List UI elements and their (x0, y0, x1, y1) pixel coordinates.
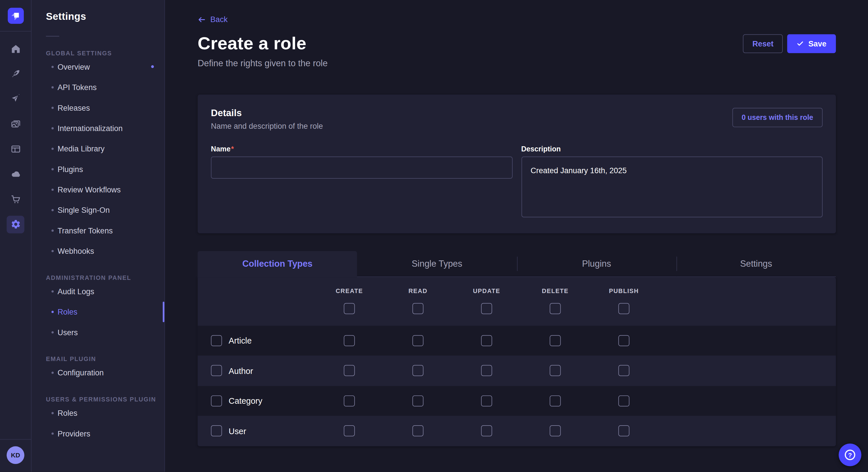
article-update-checkbox[interactable] (481, 335, 492, 346)
sidebar-item-label: Releases (58, 103, 90, 112)
user-row-checkbox[interactable] (211, 426, 222, 437)
author-row-checkbox[interactable] (211, 365, 222, 376)
user-read-checkbox[interactable] (412, 426, 424, 437)
author-read-checkbox[interactable] (412, 365, 424, 376)
select-all-create-checkbox[interactable] (344, 303, 355, 314)
bullet-icon (51, 168, 54, 170)
save-button[interactable]: Save (787, 34, 836, 53)
settings-sidebar: Settings GLOBAL SETTINGSOverviewAPI Toke… (32, 0, 165, 472)
help-button[interactable]: ? (839, 444, 861, 466)
category-update-checkbox[interactable] (481, 395, 492, 406)
sidebar-item-roles[interactable]: Roles (46, 403, 164, 423)
bullet-icon (51, 331, 54, 333)
sidebar-item-releases[interactable]: Releases (46, 97, 164, 117)
column-label: DELETE (542, 287, 569, 294)
article-row-checkbox[interactable] (211, 335, 222, 346)
column-label: UPDATE (473, 287, 500, 294)
select-all-update-checkbox[interactable] (481, 303, 492, 314)
sidebar-item-label: Single Sign-On (58, 205, 110, 214)
description-textarea[interactable]: Created January 16th, 2025 (521, 156, 823, 217)
sidebar-item-users[interactable]: Users (46, 322, 164, 342)
sidebar-item-roles[interactable]: Roles (46, 301, 164, 322)
permission-cell (315, 395, 383, 406)
user-update-checkbox[interactable] (481, 426, 492, 437)
save-label: Save (808, 39, 826, 48)
sidebar-item-internationalization[interactable]: Internationalization (46, 118, 164, 138)
tab-plugins[interactable]: Plugins (517, 251, 676, 277)
column-create: CREATE (315, 287, 383, 314)
category-delete-checkbox[interactable] (550, 395, 561, 406)
details-heading: Details Name and description of the role (211, 107, 323, 130)
sidebar-item-configuration[interactable]: Configuration (46, 362, 164, 382)
media-library-images-icon[interactable] (7, 115, 24, 133)
permission-cell (383, 335, 452, 346)
cloud-icon[interactable] (7, 165, 24, 183)
details-subtitle: Name and description of the role (211, 121, 323, 130)
column-read: READ (383, 287, 452, 314)
home-icon[interactable] (7, 40, 24, 58)
paper-plane-icon[interactable] (7, 90, 24, 108)
sidebar-item-media-library[interactable]: Media Library (46, 138, 164, 159)
select-all-read-checkbox[interactable] (412, 303, 424, 314)
description-label: Description (521, 144, 823, 153)
author-update-checkbox[interactable] (481, 365, 492, 376)
sidebar-item-label: Plugins (58, 165, 83, 173)
details-title: Details (211, 107, 323, 119)
row-label-cell: Author (197, 365, 315, 376)
permission-cell (383, 426, 452, 437)
article-delete-checkbox[interactable] (550, 335, 561, 346)
permission-cell (453, 365, 521, 376)
column-update: UPDATE (453, 287, 521, 314)
name-label: Name* (211, 144, 513, 153)
reset-button[interactable]: Reset (743, 34, 783, 53)
sidebar-item-plugins[interactable]: Plugins (46, 159, 164, 179)
category-publish-checkbox[interactable] (618, 395, 629, 406)
user-delete-checkbox[interactable] (550, 426, 561, 437)
marketplace-cart-icon[interactable] (7, 191, 24, 208)
article-read-checkbox[interactable] (412, 335, 424, 346)
sidebar-item-label: Review Workflows (58, 185, 121, 194)
strapi-logo-icon[interactable] (7, 7, 24, 24)
category-read-checkbox[interactable] (412, 395, 424, 406)
sidebar-item-review-workflows[interactable]: Review Workflows (46, 179, 164, 200)
content-manager-feather-icon[interactable] (7, 65, 24, 82)
sidebar-item-transfer-tokens[interactable]: Transfer Tokens (46, 220, 164, 241)
permissions-rows: ArticleAuthorCategoryUser (197, 326, 836, 446)
layout-panel-icon[interactable] (7, 140, 24, 158)
users-with-role-button[interactable]: 0 users with this role (732, 107, 823, 127)
back-link[interactable]: Back (197, 15, 227, 24)
avatar[interactable]: KD (7, 446, 24, 464)
permission-cell (315, 335, 383, 346)
sidebar-item-providers[interactable]: Providers (46, 423, 164, 443)
sidebar-item-single-sign-on[interactable]: Single Sign-On (46, 200, 164, 220)
bullet-icon (51, 189, 54, 191)
user-publish-checkbox[interactable] (618, 426, 629, 437)
author-create-checkbox[interactable] (344, 365, 355, 376)
bullet-icon (51, 432, 54, 434)
sidebar-item-webhooks[interactable]: Webhooks (46, 241, 164, 261)
permission-cell (453, 335, 521, 346)
tab-settings[interactable]: Settings (676, 251, 836, 277)
category-row-checkbox[interactable] (211, 395, 222, 406)
author-publish-checkbox[interactable] (618, 365, 629, 376)
name-input[interactable] (211, 156, 513, 178)
permission-cell (315, 426, 383, 437)
category-create-checkbox[interactable] (344, 395, 355, 406)
select-all-publish-checkbox[interactable] (618, 303, 629, 314)
sidebar-item-audit-logs[interactable]: Audit Logs (46, 281, 164, 301)
settings-gear-icon[interactable] (7, 216, 24, 233)
tab-single-types[interactable]: Single Types (357, 251, 517, 277)
row-label-cell: Category (197, 395, 315, 406)
tab-collection-types[interactable]: Collection Types (197, 251, 357, 277)
sidebar-item-label: API Tokens (58, 82, 97, 92)
details-card: Details Name and description of the role… (197, 94, 836, 233)
select-all-delete-checkbox[interactable] (550, 303, 561, 314)
sidebar-item-overview[interactable]: Overview (46, 57, 164, 77)
article-create-checkbox[interactable] (344, 335, 355, 346)
author-delete-checkbox[interactable] (550, 365, 561, 376)
article-publish-checkbox[interactable] (618, 335, 629, 346)
user-create-checkbox[interactable] (344, 426, 355, 437)
row-label-cell: Article (197, 335, 315, 346)
bullet-icon (51, 86, 54, 88)
sidebar-item-api-tokens[interactable]: API Tokens (46, 77, 164, 97)
